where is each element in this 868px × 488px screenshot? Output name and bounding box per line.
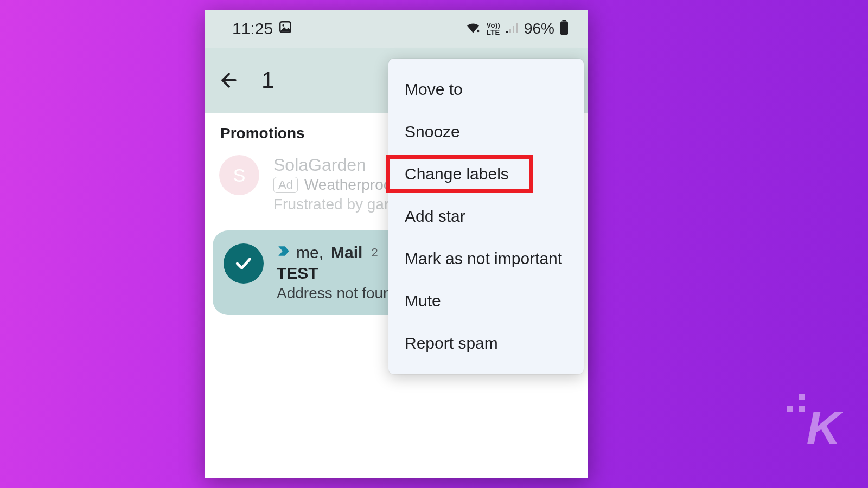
back-button[interactable] xyxy=(216,67,242,93)
promo-avatar: S xyxy=(219,155,259,195)
promo-subject: Weatherproo xyxy=(304,176,392,194)
menu-item-move-to[interactable]: Move to xyxy=(388,68,584,111)
menu-item-snooze[interactable]: Snooze xyxy=(388,111,584,153)
menu-item-report-spam[interactable]: Report spam xyxy=(388,322,584,364)
svg-rect-5 xyxy=(516,23,518,33)
signal-icon xyxy=(506,20,519,38)
battery-icon xyxy=(560,20,569,38)
menu-item-change-labels[interactable]: Change labels xyxy=(388,153,584,195)
sender-me: me, xyxy=(296,243,323,262)
menu-item-label: Change labels xyxy=(405,165,509,183)
sender-mail: Mail xyxy=(331,243,362,262)
image-icon xyxy=(278,20,292,38)
overflow-menu: Move to Snooze Change labels Add star Ma… xyxy=(388,59,584,374)
selected-check-avatar[interactable] xyxy=(224,243,264,284)
watermark-logo: K xyxy=(806,400,839,455)
svg-rect-7 xyxy=(560,21,568,35)
svg-rect-3 xyxy=(509,29,511,33)
ad-badge: Ad xyxy=(273,177,298,193)
message-count: 2 xyxy=(371,246,378,260)
wifi-icon xyxy=(465,20,481,38)
svg-rect-6 xyxy=(563,20,566,22)
menu-item-mute[interactable]: Mute xyxy=(388,280,584,322)
volte-icon: Vo)) LTE xyxy=(486,22,500,36)
status-bar: 11:25 Vo)) LTE 96% xyxy=(205,10,588,48)
selection-count: 1 xyxy=(261,67,274,93)
battery-percentage: 96% xyxy=(524,20,554,37)
svg-rect-4 xyxy=(513,26,514,33)
svg-rect-2 xyxy=(506,31,508,33)
menu-item-add-star[interactable]: Add star xyxy=(388,195,584,237)
svg-point-1 xyxy=(282,24,284,27)
clock: 11:25 xyxy=(232,20,273,38)
menu-item-mark-not-important[interactable]: Mark as not important xyxy=(388,237,584,280)
important-marker-icon xyxy=(277,243,291,262)
